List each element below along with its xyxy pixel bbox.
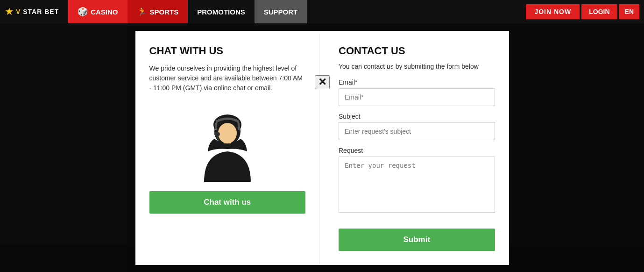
logo[interactable]: ★ V STAR BET xyxy=(5,6,59,18)
svg-point-4 xyxy=(214,132,220,136)
subject-field[interactable] xyxy=(339,122,495,140)
logo-v: V xyxy=(16,8,21,15)
nav-promotions-label: PROMOTIONS xyxy=(197,8,245,16)
email-field[interactable] xyxy=(339,88,495,106)
email-group: Email* xyxy=(339,79,495,106)
customer-service-icon xyxy=(190,107,265,182)
join-now-button[interactable]: JOIN NOW xyxy=(526,4,580,19)
language-button[interactable]: EN xyxy=(619,4,639,19)
modal-overlay: CHAT WITH US We pride ourselves in provi… xyxy=(0,23,644,272)
chat-panel: CHAT WITH US We pride ourselves in provi… xyxy=(135,31,320,265)
subject-label: Subject xyxy=(339,113,495,120)
nav-support-label: SUPPORT xyxy=(264,8,298,16)
svg-point-2 xyxy=(218,123,237,143)
logo-starbet: STAR BET xyxy=(23,8,59,15)
chat-description: We pride ourselves in providing the high… xyxy=(149,64,306,93)
nav-casino-label: CASINO xyxy=(91,8,118,16)
email-label: Email* xyxy=(339,79,495,86)
nav-promotions[interactable]: PROMOTIONS xyxy=(188,0,255,23)
request-label: Request xyxy=(339,147,495,154)
logo-star-icon: ★ xyxy=(5,6,14,18)
nav-casino[interactable]: 🎲 CASINO xyxy=(68,0,127,23)
request-field[interactable] xyxy=(339,157,495,213)
support-modal: CHAT WITH US We pride ourselves in provi… xyxy=(135,31,509,265)
chat-button[interactable]: Chat with us xyxy=(149,191,306,214)
chat-title: CHAT WITH US xyxy=(149,45,223,57)
contact-title: CONTACT US xyxy=(339,45,495,57)
close-button[interactable]: ✕ xyxy=(315,75,330,89)
logo-text: V STAR BET xyxy=(16,8,59,15)
nav-sports[interactable]: 🏃 SPORTS xyxy=(127,0,188,23)
nav-support[interactable]: SUPPORT xyxy=(255,0,307,23)
casino-icon: 🎲 xyxy=(78,7,88,17)
header: ★ V STAR BET 🎲 CASINO 🏃 SPORTS PROMOTION… xyxy=(0,0,644,23)
sports-icon: 🏃 xyxy=(137,7,147,17)
nav-sports-label: SPORTS xyxy=(150,8,179,16)
subject-group: Subject xyxy=(339,113,495,140)
contact-panel: CONTACT US You can contact us by submitt… xyxy=(319,31,509,265)
request-group: Request xyxy=(339,147,495,215)
header-actions: JOIN NOW LOGIN EN xyxy=(526,4,639,19)
contact-description: You can contact us by submitting the for… xyxy=(339,63,495,70)
submit-button[interactable]: Submit xyxy=(339,229,495,251)
login-button[interactable]: LOGIN xyxy=(581,4,617,19)
